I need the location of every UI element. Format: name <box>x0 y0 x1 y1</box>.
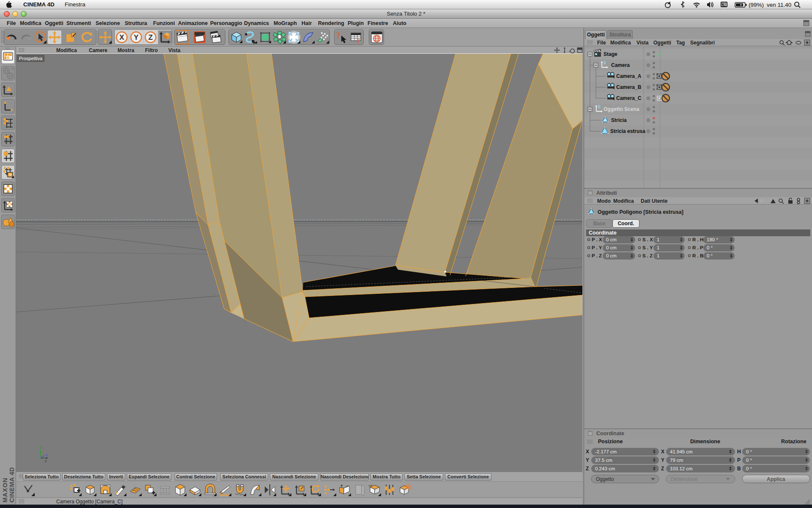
svg-text:1: 1 <box>657 237 659 242</box>
svg-text:-2.177 cm: -2.177 cm <box>595 449 617 454</box>
svg-text:Z: Z <box>148 33 153 41</box>
svg-text:0.243 cm: 0.243 cm <box>595 466 615 471</box>
svg-text:Stricia: Stricia <box>611 117 627 123</box>
svg-text:0 °: 0 ° <box>746 458 752 463</box>
svg-text:MAXON: MAXON <box>2 478 8 502</box>
svg-text:0 °: 0 ° <box>707 253 713 258</box>
svg-text:S . X: S . X <box>642 237 653 242</box>
svg-text:0 °: 0 ° <box>707 245 713 250</box>
svg-text:X: X <box>661 449 664 455</box>
svg-text:H: H <box>737 449 741 455</box>
svg-text:0: 0 <box>604 61 606 65</box>
svg-text:R . B: R . B <box>692 253 703 258</box>
svg-text:Camera_C: Camera_C <box>616 95 642 101</box>
svg-text:Stage: Stage <box>604 51 617 57</box>
svg-text:CINEMA 4D: CINEMA 4D <box>8 467 15 502</box>
svg-text:X: X <box>119 33 124 41</box>
svg-text:180 °: 180 ° <box>707 237 718 242</box>
svg-text:Camera_A: Camera_A <box>616 73 642 79</box>
svg-text:Y: Y <box>661 457 664 463</box>
svg-text:Z: Z <box>586 466 589 472</box>
svg-text:37.5 cm: 37.5 cm <box>595 458 612 463</box>
svg-text:Oggetto: Oggetto <box>596 476 614 482</box>
svg-text:z: z <box>46 453 48 457</box>
svg-text:(99%): (99%) <box>749 2 764 8</box>
svg-text:R . P: R . P <box>692 245 703 250</box>
svg-text:P: P <box>737 457 741 463</box>
svg-text:Z: Z <box>661 466 664 472</box>
svg-text:P . Y: P . Y <box>592 245 602 250</box>
svg-text:ven 11.40: ven 11.40 <box>767 2 791 8</box>
svg-text:Dimensione: Dimensione <box>671 476 698 482</box>
svg-text:0 cm: 0 cm <box>606 253 617 258</box>
svg-text:R . H: R . H <box>692 237 703 242</box>
svg-text:0 cm: 0 cm <box>606 237 617 242</box>
svg-text:0: 0 <box>598 105 601 109</box>
svg-text:41.945 cm: 41.945 cm <box>670 449 693 454</box>
svg-text:B: B <box>737 466 741 472</box>
svg-text:0 °: 0 ° <box>746 466 752 471</box>
svg-text:P . Z: P . Z <box>592 253 602 258</box>
svg-text:79 cm: 79 cm <box>670 458 683 463</box>
svg-text:Y: Y <box>586 457 589 463</box>
svg-text:Stricia estrusa: Stricia estrusa <box>610 128 645 134</box>
svg-text:S . Z: S . Z <box>642 253 653 258</box>
svg-text:S . Y: S . Y <box>642 245 653 250</box>
svg-text:Camera: Camera <box>611 62 630 68</box>
svg-text:0 cm: 0 cm <box>606 245 617 250</box>
svg-text:1: 1 <box>657 253 659 258</box>
svg-text:Applica: Applica <box>767 476 785 482</box>
svg-text:?: ? <box>357 38 360 44</box>
svg-text:103.12 cm: 103.12 cm <box>670 466 693 471</box>
svg-text:1: 1 <box>657 245 659 250</box>
svg-text:Camera_B: Camera_B <box>616 84 642 90</box>
svg-text:Y: Y <box>134 33 139 41</box>
svg-text:X: X <box>586 449 589 455</box>
svg-text:0 °: 0 ° <box>746 449 752 454</box>
svg-text:x: x <box>45 459 47 463</box>
svg-text:P . X: P . X <box>592 237 602 242</box>
svg-text:?: ? <box>336 30 340 40</box>
svg-text:Y: Y <box>39 445 42 450</box>
svg-text:Oggetto Scena: Oggetto Scena <box>604 106 639 112</box>
